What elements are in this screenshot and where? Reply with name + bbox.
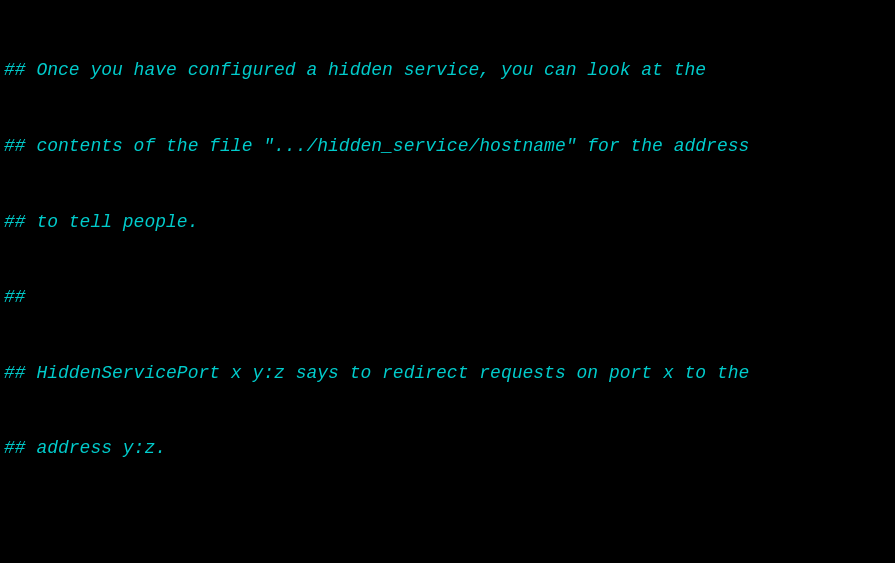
editor-content: ## Once you have configured a hidden ser…: [4, 8, 891, 563]
line-4: ##: [4, 285, 891, 310]
line-5: ## HiddenServicePort x y:z says to redir…: [4, 361, 891, 386]
line-1: ## Once you have configured a hidden ser…: [4, 58, 891, 83]
line-7: [4, 512, 891, 537]
line-6: ## address y:z.: [4, 436, 891, 461]
line-3: ## to tell people.: [4, 210, 891, 235]
line-2: ## contents of the file ".../hidden_serv…: [4, 134, 891, 159]
